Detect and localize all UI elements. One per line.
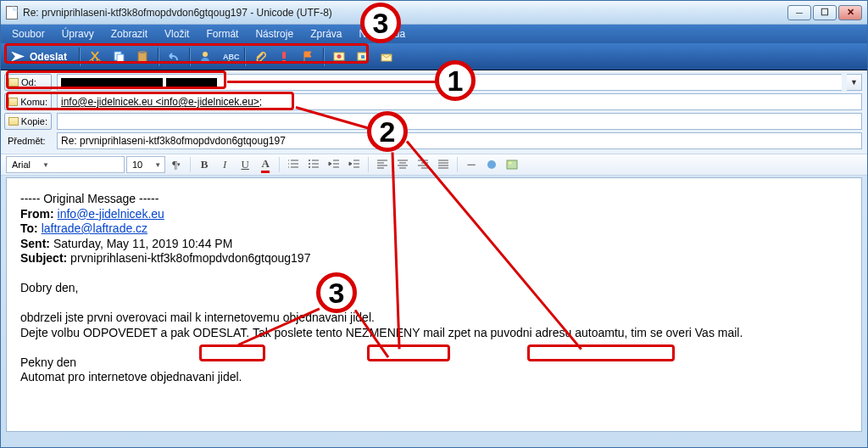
- to-link[interactable]: laftrade@laftrade.cz: [42, 221, 148, 235]
- window-title: Re: prvniprihlaseni-ktf3k8ofmopdvdon6gtq…: [23, 7, 787, 19]
- svg-point-15: [309, 160, 310, 161]
- insert-image-icon[interactable]: [503, 156, 521, 173]
- dropdown-icon: [8, 78, 19, 87]
- address-book-icon: [8, 117, 19, 126]
- message-body[interactable]: ----- Original Message ----- From: info@…: [6, 177, 862, 432]
- align-right-icon[interactable]: [414, 156, 432, 173]
- svg-point-11: [337, 54, 342, 59]
- svg-point-20: [509, 162, 512, 165]
- redacted-icon: [61, 78, 163, 87]
- flag-icon[interactable]: [298, 48, 317, 66]
- paste-icon[interactable]: [133, 48, 152, 66]
- sign-icon[interactable]: [330, 48, 348, 66]
- bullet-list-icon[interactable]: [304, 156, 323, 173]
- align-left-icon[interactable]: [373, 156, 392, 173]
- font-color-icon[interactable]: A: [256, 156, 275, 173]
- cc-label-button[interactable]: Kopie:: [4, 113, 52, 130]
- svg-point-17: [309, 166, 310, 168]
- menu-format[interactable]: Formát: [198, 26, 246, 42]
- justify-icon[interactable]: [434, 156, 453, 173]
- indent-icon[interactable]: [345, 156, 364, 173]
- offline-icon[interactable]: [377, 48, 396, 66]
- copy-icon[interactable]: [109, 48, 128, 66]
- menu-message[interactable]: Zpráva: [303, 26, 349, 42]
- menu-bar: Soubor Úpravy Zobrazit Vložit Formát Nás…: [1, 25, 867, 43]
- font-name-select[interactable]: Arial▼: [6, 156, 125, 173]
- attach-file-icon[interactable]: [251, 48, 270, 66]
- svg-point-16: [309, 163, 310, 165]
- svg-rect-13: [361, 55, 364, 59]
- undo-icon[interactable]: [164, 48, 183, 66]
- document-icon: [6, 6, 18, 20]
- from-input[interactable]: [57, 74, 842, 91]
- hyperlink-icon[interactable]: [482, 156, 501, 173]
- from-link[interactable]: info@e-jidelnicek.eu: [58, 207, 164, 221]
- minimize-button[interactable]: ─: [787, 5, 811, 20]
- original-message-divider: ----- Original Message -----: [20, 192, 853, 207]
- close-button[interactable]: ✕: [838, 5, 862, 20]
- underline-icon[interactable]: U: [236, 156, 254, 173]
- subject-input[interactable]: [57, 132, 862, 149]
- subject-label: Předmět:: [4, 132, 52, 149]
- italic-icon[interactable]: I: [215, 156, 234, 173]
- svg-rect-8: [282, 52, 286, 59]
- outdent-icon[interactable]: [325, 156, 343, 173]
- window-titlebar: Re: prvniprihlaseni-ktf3k8ofmopdvdon6gtq…: [1, 1, 867, 25]
- menu-insert[interactable]: Vložit: [157, 26, 197, 42]
- svg-rect-9: [282, 60, 286, 63]
- align-center-icon[interactable]: [393, 156, 412, 173]
- menu-view[interactable]: Zobrazit: [103, 26, 155, 42]
- redacted-icon: [166, 78, 217, 87]
- paragraph-style-icon[interactable]: ¶▾: [167, 156, 186, 173]
- from-dropdown-arrow[interactable]: ▼: [847, 74, 862, 91]
- svg-point-6: [203, 52, 208, 57]
- svg-text:ABC: ABC: [223, 53, 240, 61]
- cut-icon[interactable]: [86, 48, 104, 66]
- maximize-button[interactable]: ☐: [813, 5, 837, 20]
- font-size-select[interactable]: 10▼: [126, 156, 165, 173]
- svg-rect-19: [507, 160, 517, 169]
- menu-file[interactable]: Soubor: [4, 26, 53, 42]
- send-button[interactable]: Odeslat: [3, 48, 75, 65]
- main-toolbar: Odeslat ABC: [1, 43, 867, 70]
- menu-help[interactable]: Nápověda: [351, 26, 413, 42]
- svg-rect-3: [117, 54, 124, 63]
- spell-check-icon[interactable]: ABC: [220, 48, 238, 66]
- send-icon: [11, 52, 25, 62]
- hr-icon[interactable]: ─: [462, 156, 481, 173]
- check-names-icon[interactable]: [196, 48, 214, 66]
- svg-point-18: [487, 160, 496, 169]
- to-input[interactable]: [57, 93, 862, 110]
- menu-edit[interactable]: Úpravy: [54, 26, 102, 42]
- menu-tools[interactable]: Nástroje: [248, 26, 301, 42]
- svg-rect-5: [140, 51, 145, 53]
- address-book-icon: [8, 98, 18, 106]
- message-headers: Od: ▼ Komu: Kopie: Předmět:: [1, 70, 867, 154]
- to-label-button[interactable]: Komu:: [4, 93, 52, 110]
- encrypt-icon[interactable]: [353, 48, 372, 66]
- from-label-button[interactable]: Od:: [4, 74, 52, 91]
- number-list-icon[interactable]: [284, 156, 303, 173]
- send-label: Odeslat: [30, 51, 67, 63]
- bold-icon[interactable]: B: [195, 156, 214, 173]
- cc-input[interactable]: [57, 113, 862, 130]
- priority-icon[interactable]: [275, 48, 293, 66]
- formatting-toolbar: Arial▼ 10▼ ¶▾ B I U A ─: [1, 154, 867, 176]
